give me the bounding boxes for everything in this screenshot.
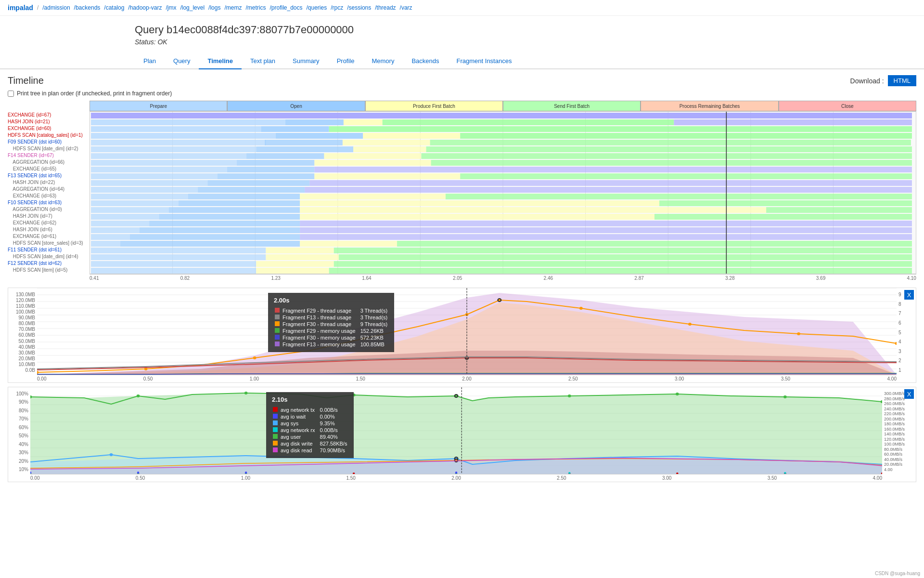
timeline-chart: EXCHANGE (id=67) HASH JOIN (id=21) EXCHA… (8, 101, 916, 282)
svg-rect-40 (91, 167, 227, 172)
x1-2: 1.00 (250, 376, 259, 381)
nav-profile-docs[interactable]: /profile_docs (270, 4, 302, 11)
y2-100: 100% (16, 391, 28, 396)
svg-rect-72 (91, 227, 140, 233)
svg-rect-34 (324, 153, 422, 159)
tab-bar: Plan Query Timeline Text plan Summary Pr… (0, 53, 924, 69)
svg-rect-59 (300, 200, 659, 206)
svg-rect-65 (91, 214, 159, 220)
tab-fragment-instances[interactable]: Fragment Instances (448, 53, 521, 68)
y1-label-6: 70.0MB (19, 327, 35, 332)
y2r-280: 280.0MB/s (884, 396, 905, 401)
svg-rect-13 (285, 119, 344, 125)
memory-chart-section: X 130.0MB 120.0MB 110.0MB 100.0MB 90.0MB… (8, 288, 916, 383)
close-chart2-button[interactable]: X (904, 389, 914, 399)
chart2-svg (30, 387, 882, 474)
svg-point-120 (797, 332, 800, 335)
svg-rect-43 (91, 173, 217, 179)
tab-timeline[interactable]: Timeline (199, 53, 242, 69)
svg-rect-81 (397, 241, 912, 247)
y1-label-7: 60.0MB (19, 332, 35, 338)
x1-4: 2.00 (462, 376, 471, 381)
time-5: 2.46 (544, 276, 553, 281)
nav-backends[interactable]: /backends (74, 4, 101, 11)
y1-label-10: 30.0MB (19, 350, 35, 355)
label-row-11: AGGREGATION (id=64) (8, 185, 90, 192)
timeline-section: Timeline Download : HTML Print tree in p… (0, 69, 924, 488)
x1-1: 0.50 (143, 376, 153, 381)
svg-rect-37 (237, 160, 315, 166)
label-row-18: EXCHANGE (id=61) (8, 233, 90, 239)
svg-point-142 (568, 394, 571, 397)
nav-metrics[interactable]: /metrics (245, 4, 266, 11)
time-9: 4.10 (907, 276, 916, 281)
top-nav: impalad / /admission /backends /catalog … (0, 0, 924, 16)
tab-profile[interactable]: Profile (328, 53, 363, 68)
x2-6: 3.00 (662, 475, 671, 481)
label-row-12: EXCHANGE (id=63) (8, 192, 90, 199)
tab-plan[interactable]: Plan (135, 53, 165, 68)
brand-name: impalad (8, 4, 33, 12)
nav-threadz[interactable]: /threadz (375, 4, 396, 11)
y1-label-2: 110.0MB (16, 303, 35, 309)
nav-hadoop-varz[interactable]: /hadoop-varz (128, 4, 162, 11)
label-row-8: EXCHANGE (id=65) (8, 165, 90, 172)
svg-rect-17 (91, 126, 261, 132)
svg-point-143 (676, 393, 679, 395)
download-html-button[interactable]: HTML (888, 75, 916, 86)
nav-varz[interactable]: /varz (400, 4, 412, 11)
nav-queries[interactable]: /queries (307, 4, 327, 11)
nav-admission[interactable]: /admission (42, 4, 70, 11)
svg-rect-63 (300, 207, 766, 213)
tab-text-plan[interactable]: Text plan (242, 53, 284, 68)
svg-rect-62 (169, 207, 300, 213)
nav-log-level[interactable]: /log_level (180, 4, 205, 11)
svg-rect-36 (91, 160, 237, 166)
chart1-x-axis: 0.00 0.50 1.00 1.50 2.00 2.50 3.00 3.50 … (37, 375, 897, 382)
y2r-80: 80.0MB/s (884, 447, 902, 452)
svg-rect-29 (256, 146, 353, 152)
nav-sessions[interactable]: /sessions (347, 4, 371, 11)
nav-rpcz[interactable]: /rpcz (331, 4, 343, 11)
svg-rect-21 (276, 133, 363, 139)
svg-rect-35 (421, 153, 912, 159)
nav-catalog[interactable]: /catalog (104, 4, 124, 11)
label-row-21: HDFS SCAN [date_dim] (id=4) (8, 253, 90, 260)
bars-svg-container (90, 111, 916, 274)
close-chart1-button[interactable]: X (904, 290, 914, 300)
svg-rect-86 (266, 254, 338, 260)
label-row-1: HASH JOIN (id=21) (8, 118, 90, 125)
chart2-x-axis: 0.00 0.50 1.00 1.50 2.00 2.50 3.00 3.50 … (30, 474, 882, 482)
x2-7: 3.50 (768, 475, 777, 481)
checkbox-row: Print tree in plan order (if unchecked, … (8, 90, 916, 97)
y2-10: 10% (19, 467, 28, 472)
chart2-y-left: 100% 90% 80% 70% 60% 50% 40% 30% 20% 10% (8, 387, 30, 482)
x2-1: 0.50 (136, 475, 145, 481)
tab-summary[interactable]: Summary (284, 53, 328, 68)
svg-point-148 (455, 459, 458, 462)
y2-70: 70% (19, 416, 28, 421)
nav-jmx[interactable]: /jmx (166, 4, 176, 11)
label-row-19: HDFS SCAN [store_sales] (id=3) (8, 239, 90, 246)
phase-process: Process Remaining Batches (641, 101, 778, 111)
svg-rect-75 (91, 234, 130, 240)
x1-5: 2.50 (568, 376, 578, 381)
tab-query[interactable]: Query (165, 53, 199, 68)
y2r-240: 240.0MB/s (884, 407, 905, 411)
time-6: 2.87 (634, 276, 643, 281)
y1-label-12: 10.0MB (19, 362, 35, 367)
y1-label-13: 0.0B (25, 368, 35, 373)
svg-rect-60 (659, 200, 912, 206)
label-row-9: F13 SENDER (dst id=65) (8, 172, 90, 179)
nav-memz[interactable]: /memz (224, 4, 242, 11)
plan-order-checkbox[interactable] (8, 91, 14, 97)
tab-backends[interactable]: Backends (403, 53, 448, 68)
label-row-7: AGGREGATION (id=66) (8, 158, 90, 165)
svg-point-139 (244, 392, 248, 394)
svg-rect-68 (654, 214, 912, 220)
phase-close: Close (779, 101, 916, 111)
svg-rect-70 (149, 221, 300, 226)
tab-memory[interactable]: Memory (363, 53, 403, 68)
svg-rect-16 (674, 119, 912, 125)
nav-logs[interactable]: /logs (208, 4, 220, 11)
